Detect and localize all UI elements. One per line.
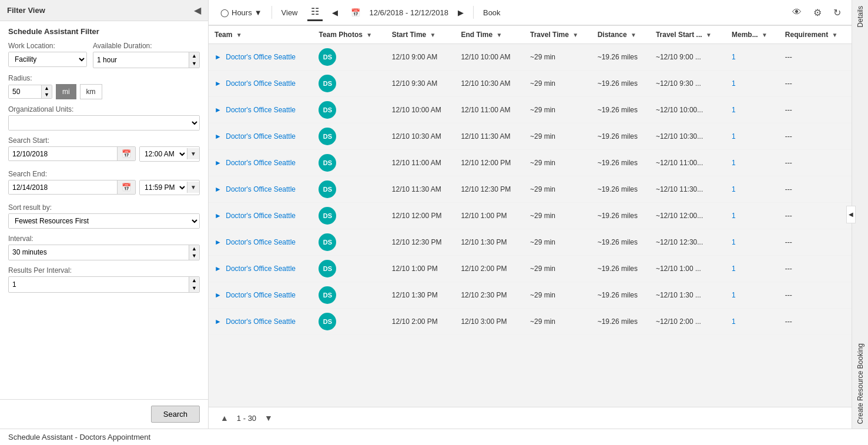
table-row[interactable]: ► Doctor's Office Seattle DS 12/10 1:00 … bbox=[209, 256, 852, 282]
col-end-time[interactable]: End Time ▼ bbox=[455, 26, 524, 44]
filter-collapse-button[interactable]: ◀ bbox=[194, 5, 201, 16]
book-button[interactable]: Book bbox=[480, 6, 504, 19]
cell-distance: ~19.26 miles bbox=[592, 150, 650, 176]
eye-icon[interactable]: 👁 bbox=[790, 5, 804, 20]
col-team-photos[interactable]: Team Photos ▼ bbox=[313, 26, 386, 44]
cell-start-time: 12/10 12:30 PM bbox=[386, 229, 455, 256]
search-button[interactable]: Search bbox=[151, 406, 200, 423]
search-start-calendar-icon[interactable]: 📅 bbox=[117, 147, 135, 160]
interval-up[interactable]: ▲ bbox=[189, 245, 199, 253]
row-expand-button[interactable]: ► bbox=[215, 53, 222, 61]
row-expand-button[interactable]: ► bbox=[215, 291, 222, 299]
interval-input[interactable]: 30 minutes bbox=[9, 246, 189, 259]
cell-team: ► Doctor's Office Seattle bbox=[209, 44, 313, 71]
col-travel-start[interactable]: Travel Start ... ▼ bbox=[650, 26, 726, 44]
radius-up[interactable]: ▲ bbox=[42, 85, 52, 92]
page-up-button[interactable]: ▲ bbox=[217, 412, 232, 424]
available-duration-down[interactable]: ▼ bbox=[189, 60, 199, 68]
side-collapse-button[interactable]: ◀ bbox=[846, 206, 856, 223]
org-units-select[interactable] bbox=[9, 116, 199, 130]
grid-view-button[interactable]: ☷ bbox=[307, 4, 323, 21]
row-expand-button[interactable]: ► bbox=[215, 185, 222, 193]
col-requirement[interactable]: Requirement ▼ bbox=[779, 26, 852, 44]
search-start-time[interactable]: 12:00 AM bbox=[140, 147, 187, 161]
cell-team: ► Doctor's Office Seattle bbox=[209, 150, 313, 176]
cell-team: ► Doctor's Office Seattle bbox=[209, 176, 313, 203]
results-per-interval-input[interactable]: 1 bbox=[9, 278, 189, 291]
row-expand-button[interactable]: ► bbox=[215, 79, 222, 88]
prev-date-button[interactable]: ◀ bbox=[329, 6, 341, 19]
cell-distance: ~19.26 miles bbox=[592, 71, 650, 97]
search-start-date[interactable]: 12/10/2018 bbox=[9, 148, 117, 160]
cell-travel-time: ~29 min bbox=[524, 123, 592, 150]
table-row[interactable]: ► Doctor's Office Seattle DS 12/10 9:30 … bbox=[209, 71, 852, 97]
row-expand-button[interactable]: ► bbox=[215, 106, 222, 114]
cell-distance: ~19.26 miles bbox=[592, 282, 650, 309]
cell-team: ► Doctor's Office Seattle bbox=[209, 256, 313, 282]
col-start-time[interactable]: Start Time ▼ bbox=[386, 26, 455, 44]
cell-requirement: --- bbox=[779, 44, 852, 71]
col-members[interactable]: Memb... ▼ bbox=[726, 26, 779, 44]
cell-team: ► Doctor's Office Seattle bbox=[209, 97, 313, 123]
results-down[interactable]: ▼ bbox=[189, 285, 199, 292]
calendar-icon[interactable]: 📅 bbox=[347, 6, 364, 19]
cell-avatar: DS bbox=[313, 44, 386, 71]
table-row[interactable]: ► Doctor's Office Seattle DS 12/10 1:30 … bbox=[209, 282, 852, 309]
create-booking-label[interactable]: Create Resource Booking bbox=[856, 339, 864, 429]
pagination-bar: ▲ 1 - 30 ▼ bbox=[209, 407, 852, 429]
page-down-button[interactable]: ▼ bbox=[261, 412, 276, 424]
cell-distance: ~19.26 miles bbox=[592, 44, 650, 71]
row-expand-button[interactable]: ► bbox=[215, 132, 222, 140]
settings-icon[interactable]: ⚙ bbox=[811, 5, 824, 21]
row-expand-button[interactable]: ► bbox=[215, 317, 222, 326]
radius-input[interactable]: 50 bbox=[9, 85, 41, 98]
cell-start-time: 12/10 2:00 PM bbox=[386, 309, 455, 335]
interval-down[interactable]: ▼ bbox=[189, 252, 199, 260]
status-text: Schedule Assistant - Doctors Appointment bbox=[8, 433, 150, 441]
refresh-icon[interactable]: ↻ bbox=[831, 5, 843, 21]
radius-down[interactable]: ▼ bbox=[42, 92, 52, 98]
view-text: View bbox=[281, 8, 298, 17]
cell-members: 1 bbox=[726, 282, 779, 309]
row-expand-button[interactable]: ► bbox=[215, 159, 222, 167]
cell-start-time: 12/10 10:30 AM bbox=[386, 123, 455, 150]
table-row[interactable]: ► Doctor's Office Seattle DS 12/10 12:30… bbox=[209, 229, 852, 256]
table-row[interactable]: ► Doctor's Office Seattle DS 12/10 2:00 … bbox=[209, 309, 852, 335]
search-end-date[interactable]: 12/14/2018 bbox=[9, 181, 117, 194]
col-travel-time[interactable]: Travel Time ▼ bbox=[524, 26, 592, 44]
table-row[interactable]: ► Doctor's Office Seattle DS 12/10 10:00… bbox=[209, 97, 852, 123]
next-date-button[interactable]: ▶ bbox=[454, 6, 467, 19]
search-end-calendar-icon[interactable]: 📅 bbox=[117, 180, 135, 194]
cell-start-time: 12/10 9:30 AM bbox=[386, 71, 455, 97]
cell-start-time: 12/10 11:00 AM bbox=[386, 150, 455, 176]
available-duration-up[interactable]: ▲ bbox=[189, 52, 199, 60]
table-row[interactable]: ► Doctor's Office Seattle DS 12/10 10:30… bbox=[209, 123, 852, 150]
table-row[interactable]: ► Doctor's Office Seattle DS 12/10 11:30… bbox=[209, 176, 852, 203]
grid-icon: ☷ bbox=[311, 6, 319, 17]
avatar: DS bbox=[319, 128, 336, 145]
avatar: DS bbox=[319, 286, 336, 304]
unit-mi-button[interactable]: mi bbox=[56, 84, 76, 99]
sort-select[interactable]: Fewest Resources First Most Resources Fi… bbox=[9, 214, 199, 228]
hours-toggle[interactable]: ◯ Hours ▼ bbox=[217, 6, 266, 19]
row-expand-button[interactable]: ► bbox=[215, 265, 222, 273]
table-row[interactable]: ► Doctor's Office Seattle DS 12/10 9:00 … bbox=[209, 44, 852, 71]
results-up[interactable]: ▲ bbox=[189, 277, 199, 285]
search-end-time-dropdown[interactable]: ▼ bbox=[187, 182, 199, 193]
cell-team: ► Doctor's Office Seattle bbox=[209, 309, 313, 335]
right-panel: ◯ Hours ▼ View ☷ ◀ 📅 12/6/2018 - 12/12/2… bbox=[209, 0, 852, 429]
col-team[interactable]: Team ▼ bbox=[209, 26, 313, 44]
row-expand-button[interactable]: ► bbox=[215, 212, 222, 220]
results-table: Team ▼ Team Photos ▼ Start Time ▼ End Ti… bbox=[209, 26, 852, 335]
available-duration-input[interactable]: 1 hour bbox=[93, 53, 189, 66]
table-row[interactable]: ► Doctor's Office Seattle DS 12/10 12:00… bbox=[209, 203, 852, 229]
cell-members: 1 bbox=[726, 44, 779, 71]
details-label[interactable]: Details bbox=[856, 0, 864, 34]
row-expand-button[interactable]: ► bbox=[215, 238, 222, 246]
work-location-select[interactable]: Facility On-site Remote bbox=[9, 52, 86, 66]
unit-km-button[interactable]: km bbox=[80, 84, 102, 99]
search-start-time-dropdown[interactable]: ▼ bbox=[187, 148, 199, 159]
search-end-time[interactable]: 11:59 PM bbox=[140, 180, 187, 195]
col-distance[interactable]: Distance ▼ bbox=[592, 26, 650, 44]
table-row[interactable]: ► Doctor's Office Seattle DS 12/10 11:00… bbox=[209, 150, 852, 176]
